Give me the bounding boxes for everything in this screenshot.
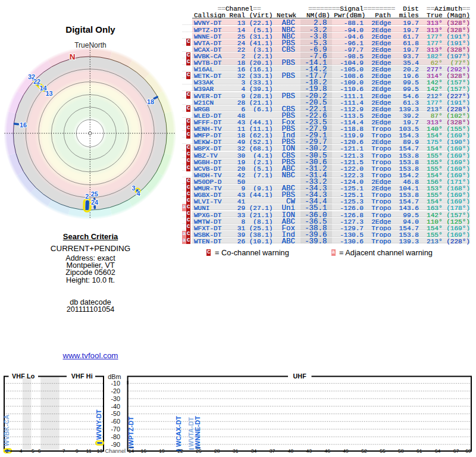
svg-text:46: 46 — [324, 448, 330, 454]
svg-text:-50: -50 — [111, 410, 120, 417]
svg-text:25: 25 — [91, 190, 98, 198]
svg-text:3: 3 — [131, 184, 135, 192]
svg-text:VHF Hi: VHF Hi — [71, 373, 93, 380]
svg-text:WVNY-DT: WVNY-DT — [95, 409, 102, 440]
svg-text:13: 13 — [97, 448, 103, 454]
svg-text:7: 7 — [62, 448, 65, 454]
svg-text:WVBK-CA: WVBK-CA — [3, 415, 10, 446]
svg-text:WPTZ-DT: WPTZ-DT — [127, 417, 134, 446]
svg-text:-60: -60 — [111, 418, 120, 425]
svg-text:-40: -40 — [111, 403, 120, 410]
svg-text:WCAX-DT: WCAX-DT — [175, 416, 182, 447]
svg-text:-90: -90 — [111, 441, 120, 448]
svg-text:5: 5 — [32, 448, 35, 454]
svg-text:67: 67 — [453, 448, 459, 454]
svg-text:dBm: dBm — [108, 373, 121, 380]
svg-text:49: 49 — [343, 448, 349, 454]
svg-text:-30: -30 — [111, 395, 120, 402]
svg-text:25: 25 — [196, 448, 202, 454]
svg-text:VHF Lo: VHF Lo — [12, 373, 35, 380]
svg-text:-20: -20 — [111, 387, 120, 395]
svg-text:2: 2 — [85, 193, 89, 200]
svg-text:2: 2 — [6, 448, 9, 454]
svg-text:52: 52 — [361, 448, 367, 454]
svg-text:58: 58 — [398, 448, 404, 454]
svg-text:31: 31 — [233, 448, 239, 454]
svg-text:-70: -70 — [111, 425, 120, 433]
svg-text:14: 14 — [129, 448, 134, 454]
svg-text:37: 37 — [270, 448, 275, 454]
svg-text:24: 24 — [91, 199, 98, 206]
svg-text:16: 16 — [140, 448, 146, 454]
svg-text:6: 6 — [38, 448, 41, 454]
svg-text:18: 18 — [147, 98, 154, 105]
svg-text:11: 11 — [86, 448, 92, 454]
svg-text:9: 9 — [76, 448, 79, 454]
svg-text:WNNE-DT: WNNE-DT — [194, 416, 201, 447]
svg-text:N: N — [70, 52, 76, 61]
svg-text:4: 4 — [136, 190, 140, 197]
svg-text:28: 28 — [214, 448, 220, 454]
svg-text:69: 69 — [465, 448, 471, 454]
svg-text:40: 40 — [288, 448, 294, 454]
svg-text:64: 64 — [435, 448, 441, 454]
svg-text:4: 4 — [20, 448, 23, 454]
svg-text:UHF: UHF — [293, 373, 306, 380]
svg-text:22: 22 — [177, 448, 183, 454]
svg-text:-80: -80 — [111, 433, 120, 440]
svg-text:34: 34 — [251, 448, 257, 454]
svg-text:-10: -10 — [111, 380, 120, 387]
svg-text:13: 13 — [45, 90, 52, 97]
svg-text:16: 16 — [20, 121, 27, 129]
svg-text:55: 55 — [380, 448, 386, 454]
svg-text:Channel: Channel — [105, 448, 126, 454]
svg-text:19: 19 — [159, 448, 165, 454]
svg-text:43: 43 — [306, 448, 312, 454]
svg-text:61: 61 — [416, 448, 422, 454]
